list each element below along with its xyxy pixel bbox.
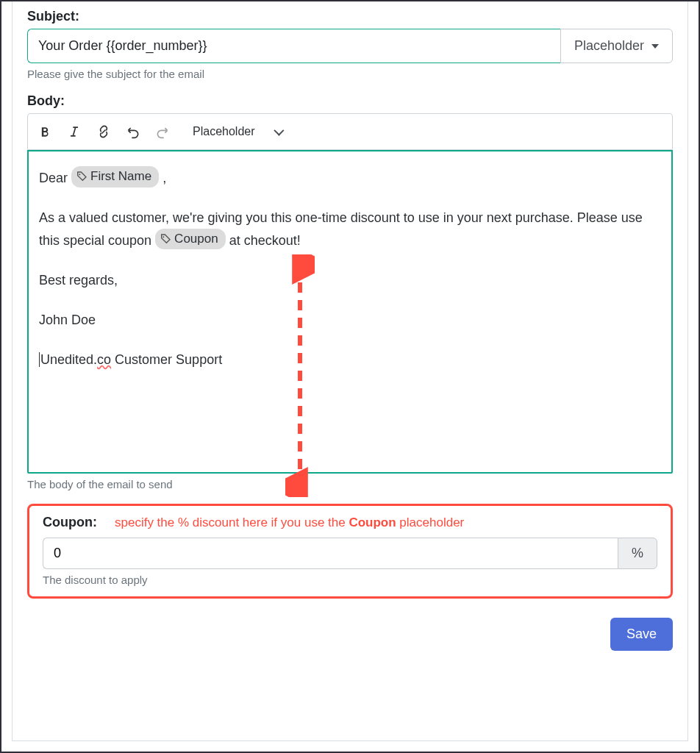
percent-addon: % <box>618 538 657 569</box>
body-signature: John Doe <box>39 310 661 331</box>
coupon-input[interactable] <box>43 538 618 569</box>
subject-placeholder-label: Placeholder <box>574 38 644 54</box>
first-name-placeholder-pill[interactable]: First Name <box>71 166 159 187</box>
link-button[interactable] <box>90 118 118 145</box>
svg-point-0 <box>79 174 80 176</box>
editor-toolbar: Placeholder <box>27 113 673 150</box>
svg-point-1 <box>162 237 164 238</box>
coupon-annotation-b: placeholder <box>396 515 465 529</box>
coupon-pill-label: Coupon <box>174 229 218 249</box>
redo-icon <box>155 124 170 139</box>
tag-icon <box>76 171 88 182</box>
body-paragraph-a: As a valued customer, we're giving you t… <box>39 210 643 248</box>
first-name-pill-label: First Name <box>90 167 151 186</box>
chevron-down-icon <box>274 126 284 136</box>
body-placeholder-label: Placeholder <box>193 125 255 138</box>
coupon-placeholder-pill[interactable]: Coupon <box>155 229 226 249</box>
bold-button[interactable] <box>31 118 59 145</box>
body-placeholder-dropdown[interactable]: Placeholder <box>182 121 292 143</box>
undo-icon <box>126 124 140 139</box>
text-cursor <box>39 352 40 367</box>
greeting-prefix: Dear <box>39 171 71 185</box>
link-icon <box>96 124 111 139</box>
subject-label: Subject: <box>27 9 79 24</box>
body-editor[interactable]: Dear First Name , As a valued customer, … <box>27 150 673 474</box>
coupon-label: Coupon: <box>43 515 97 530</box>
caret-down-icon <box>651 44 659 49</box>
greeting-suffix: , <box>162 171 166 185</box>
subject-help: Please give the subject for the email <box>27 68 673 80</box>
bold-icon <box>38 124 52 139</box>
support-misspelled: co <box>97 352 111 367</box>
subject-input[interactable] <box>27 29 560 63</box>
coupon-annotation-bold: Coupon <box>349 515 396 529</box>
italic-icon <box>67 124 82 139</box>
body-paragraph-b: at checkout! <box>229 233 301 248</box>
support-suffix: Customer Support <box>111 352 222 367</box>
body-label: Body: <box>27 93 65 109</box>
tag-icon <box>160 233 171 245</box>
coupon-annotation: specify the % discount here if you use t… <box>115 515 464 530</box>
coupon-annotation-a: specify the % discount here if you use t… <box>115 515 349 529</box>
support-prefix: Unedited. <box>40 352 97 367</box>
redo-button[interactable] <box>149 118 176 145</box>
italic-button[interactable] <box>60 118 88 145</box>
coupon-section: Coupon: specify the % discount here if y… <box>27 504 673 599</box>
save-button[interactable]: Save <box>610 618 673 651</box>
coupon-help: The discount to apply <box>43 574 657 586</box>
body-regards: Best regards, <box>39 271 661 291</box>
body-help: The body of the email to send <box>27 478 673 490</box>
undo-button[interactable] <box>119 118 147 145</box>
subject-placeholder-dropdown[interactable]: Placeholder <box>560 29 673 63</box>
